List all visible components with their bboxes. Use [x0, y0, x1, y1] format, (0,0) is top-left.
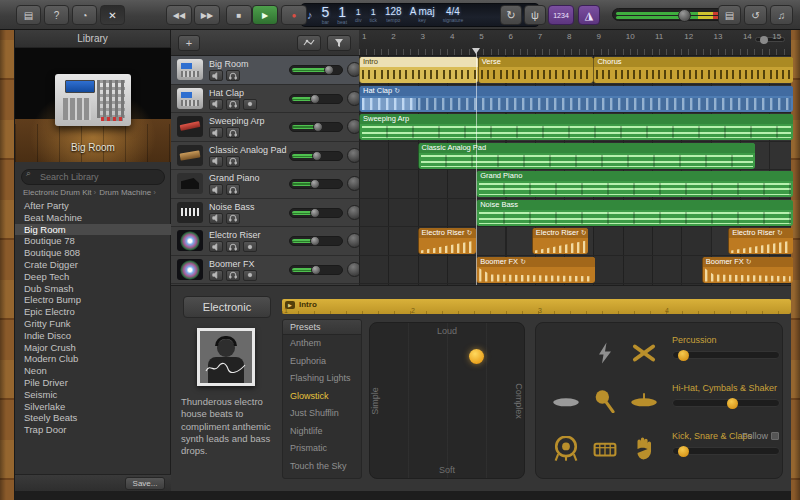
region-electro-riser[interactable]: Electro Riser↻: [728, 228, 792, 254]
library-item[interactable]: Dub Smash: [15, 283, 171, 295]
library-item[interactable]: Seismic: [15, 389, 171, 401]
region-chorus[interactable]: Chorus: [593, 57, 792, 83]
input-monitor-button[interactable]: [243, 270, 257, 281]
quick-help-button[interactable]: ?: [44, 5, 69, 25]
mute-button[interactable]: [209, 156, 223, 167]
preset-item[interactable]: Just Shufflin: [283, 405, 361, 423]
track-header[interactable]: Electro Riser: [171, 227, 359, 256]
library-item[interactable]: Silverlake: [15, 401, 171, 413]
headphones-button[interactable]: [226, 156, 240, 167]
track-header[interactable]: Boomer FX: [171, 256, 359, 285]
mute-button[interactable]: [209, 184, 223, 195]
track-volume-slider[interactable]: [289, 151, 343, 161]
library-item[interactable]: Modern Club: [15, 353, 171, 365]
headphones-button[interactable]: [226, 213, 240, 224]
headphones-button[interactable]: [226, 241, 240, 252]
loop-browser-button[interactable]: ↺: [744, 5, 767, 25]
drum-row-slider[interactable]: [672, 399, 780, 407]
track-header[interactable]: Grand Piano: [171, 170, 359, 199]
library-item[interactable]: After Party: [15, 200, 171, 212]
region-electro-riser[interactable]: Electro Riser↻: [418, 228, 477, 254]
save-button[interactable]: Save...: [125, 477, 165, 490]
stop-button[interactable]: ■: [226, 5, 252, 25]
track-volume-slider[interactable]: [289, 94, 343, 104]
kick-drum-icon[interactable]: [554, 436, 578, 462]
record-button[interactable]: ●: [281, 5, 307, 25]
breadcrumb-item[interactable]: Electronic Drum Kit: [23, 188, 91, 197]
add-track-button[interactable]: +: [178, 35, 200, 51]
region-boomer-fx[interactable]: Boomer FX↻: [702, 257, 793, 283]
library-item[interactable]: Gritty Funk: [15, 318, 171, 330]
smart-controls-button[interactable]: ✕: [100, 5, 125, 25]
preset-item[interactable]: Touch the Sky: [283, 458, 361, 476]
hihat-disc-icon[interactable]: [552, 390, 580, 412]
xy-pad[interactable]: Loud Soft Simple Complex: [369, 322, 525, 479]
timeline-zoom-knob[interactable]: [760, 36, 768, 44]
drum-row-slider[interactable]: [672, 351, 780, 359]
region-electro-riser[interactable]: Electro Riser↻: [532, 228, 588, 254]
region-boomer-fx[interactable]: Boomer FX↻: [476, 257, 595, 283]
region-verse[interactable]: Verse: [478, 57, 594, 83]
track-volume-knob[interactable]: [313, 122, 323, 132]
track-volume-slider[interactable]: [289, 179, 343, 189]
track-volume-knob[interactable]: [310, 94, 320, 104]
lcd-field-tick[interactable]: 1tick: [369, 8, 377, 23]
maraca-icon[interactable]: [594, 389, 616, 413]
cycle-button[interactable]: ↻: [500, 5, 522, 25]
input-monitor-button[interactable]: [243, 241, 257, 252]
library-item[interactable]: Trap Door: [15, 424, 171, 436]
preset-item[interactable]: Prismatic: [283, 440, 361, 458]
headphones-button[interactable]: [226, 99, 240, 110]
library-item[interactable]: Epic Electro: [15, 306, 171, 318]
drum-row-slider-knob[interactable]: [678, 350, 689, 361]
library-item[interactable]: Big Room: [15, 224, 171, 236]
preset-item[interactable]: Flashing Lights: [283, 370, 361, 388]
headphones-button[interactable]: [226, 70, 240, 81]
headphones-button[interactable]: [226, 270, 240, 281]
breadcrumb[interactable]: Electronic Drum Kit›Drum Machine›: [23, 188, 167, 197]
drum-row-slider-knob[interactable]: [727, 398, 738, 409]
region-sweeping-arp[interactable]: Sweeping Arp: [359, 114, 793, 140]
headphones-button[interactable]: [226, 184, 240, 195]
library-item[interactable]: Neon: [15, 365, 171, 377]
section-intro-strip[interactable]: ▶ Intro 1234: [282, 299, 791, 314]
library-item[interactable]: Crate Digger: [15, 259, 171, 271]
genre-button[interactable]: Electronic: [183, 296, 271, 318]
mute-button[interactable]: [209, 70, 223, 81]
lightning-icon[interactable]: [596, 342, 614, 364]
timeline-ruler[interactable]: 123456789101112131415: [359, 30, 791, 56]
track-volume-slider[interactable]: [289, 65, 343, 75]
playhead-marker[interactable]: [472, 48, 480, 54]
region-noise-bass[interactable]: Noise Bass: [476, 200, 792, 226]
mute-button[interactable]: [209, 270, 223, 281]
automation-button[interactable]: [297, 35, 321, 51]
volume-knob[interactable]: [678, 9, 691, 22]
library-item[interactable]: Boutique 78: [15, 235, 171, 247]
region-hat-clap[interactable]: Hat Clap↻: [359, 86, 793, 112]
follow-checkbox[interactable]: [771, 432, 779, 440]
library-item[interactable]: Steely Beats: [15, 412, 171, 424]
master-volume-slider[interactable]: [612, 8, 730, 21]
track-volume-slider[interactable]: [289, 122, 343, 132]
track-volume-knob[interactable]: [310, 208, 320, 218]
drum-row-slider-knob[interactable]: [678, 446, 689, 457]
input-monitor-button[interactable]: [243, 99, 257, 110]
tuner-button[interactable]: ψ: [524, 5, 546, 25]
drum-row-slider[interactable]: [672, 447, 780, 455]
touch-instrument-button[interactable]: ◔: [72, 5, 97, 25]
lcd-field-key[interactable]: A majkey: [410, 7, 435, 23]
snare-drum-icon[interactable]: [592, 438, 618, 460]
region-grand-piano[interactable]: Grand Piano: [476, 171, 792, 197]
mute-button[interactable]: [209, 241, 223, 252]
track-volume-knob[interactable]: [310, 179, 320, 189]
track-header[interactable]: Classic Analog Pad: [171, 142, 359, 171]
track-volume-knob[interactable]: [311, 265, 321, 275]
library-item[interactable]: Major Crush: [15, 342, 171, 354]
rewind-button[interactable]: ◀◀: [166, 5, 192, 25]
clap-hand-icon[interactable]: [633, 436, 655, 462]
library-search-input[interactable]: [21, 169, 165, 185]
track-header[interactable]: Sweeping Arp: [171, 113, 359, 142]
preset-item[interactable]: Nightlife: [283, 423, 361, 441]
preset-item[interactable]: Euphoria: [283, 353, 361, 371]
metronome-button[interactable]: ◮: [578, 5, 600, 25]
